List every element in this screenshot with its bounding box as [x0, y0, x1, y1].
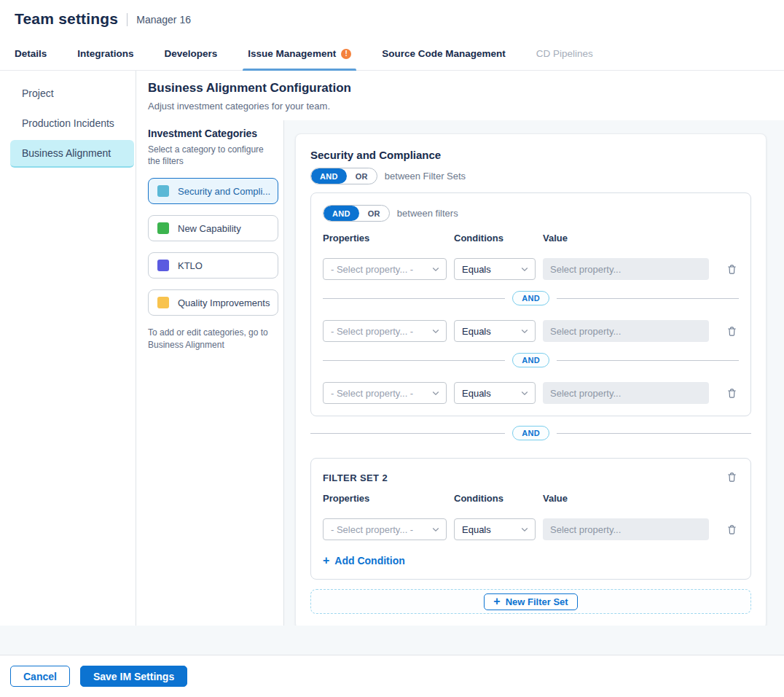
panel-header: Business Alignment Configuration Adjust … [136, 71, 784, 120]
tab-cd-pipelines: CD Pipelines [536, 37, 593, 70]
chevron-down-icon [431, 265, 440, 273]
tab-integrations[interactable]: Integrations [77, 37, 133, 70]
new-filter-set-button[interactable]: + New Filter Set [484, 593, 577, 610]
content-area: Project Production Incidents Business Al… [0, 71, 784, 655]
tab-issue-management[interactable]: Issue Management ! [248, 37, 351, 70]
and-connector-between-sets: AND [310, 426, 751, 440]
delete-filter-button[interactable] [725, 523, 739, 537]
toggle-and-option[interactable]: AND [324, 206, 359, 221]
chevron-down-icon [520, 389, 529, 397]
category-color-swatch [157, 297, 169, 308]
settings-tab-bar: Details Integrations Developers Issue Ma… [0, 37, 784, 71]
filter-row: - Select property... - Equals [323, 382, 739, 404]
condition-select[interactable]: Equals [454, 320, 536, 342]
value-input[interactable] [543, 258, 709, 280]
team-name: Manager 16 [136, 14, 191, 26]
category-security-and-compliance[interactable]: Security and Compli... [148, 178, 278, 204]
category-color-swatch [157, 222, 169, 234]
and-connector: AND [323, 353, 739, 367]
filter-sets-operator-row: AND OR between Filter Sets [310, 168, 751, 184]
value-input[interactable] [543, 382, 709, 404]
delete-filter-button[interactable] [725, 324, 739, 338]
filter-row: - Select property... - Equals [323, 320, 739, 342]
properties-header: Properties [323, 493, 447, 504]
filter-row: - Select property... - Equals [323, 258, 739, 280]
filter-column-headers: Properties Conditions Value [323, 233, 739, 244]
category-ktlo[interactable]: KTLO [148, 252, 278, 279]
between-filter-sets-label: between Filter Sets [385, 171, 466, 182]
categories-footnote: To add or edit categories, go to Busines… [148, 327, 275, 351]
footer-action-bar: Cancel Save IM Settings [0, 655, 784, 697]
categories-title: Investment Categories [148, 128, 278, 139]
tab-developers[interactable]: Developers [165, 37, 218, 70]
filter-set-2-title: FILTER SET 2 [323, 472, 388, 483]
business-alignment-panel: Business Alignment Configuration Adjust … [136, 71, 784, 655]
sidebar-item-project[interactable]: Project [10, 80, 134, 106]
warning-icon: ! [341, 49, 351, 59]
value-header: Value [543, 493, 709, 504]
plus-icon: + [493, 596, 500, 607]
between-filters-label: between filters [397, 208, 458, 219]
app-header: Team settings Manager 16 [0, 0, 784, 37]
condition-select[interactable]: Equals [454, 258, 536, 280]
properties-header: Properties [323, 233, 447, 244]
toggle-or-option[interactable]: OR [347, 168, 377, 184]
delete-filter-button[interactable] [725, 386, 739, 400]
filter-set-2-header: FILTER SET 2 [323, 470, 739, 484]
panel-subtitle: Adjust investment categories for your te… [148, 101, 784, 112]
bottom-spacer [0, 626, 784, 655]
condition-select[interactable]: Equals [454, 518, 536, 540]
value-header: Value [543, 233, 709, 244]
category-quality-improvements[interactable]: Quality Improvements [148, 289, 278, 316]
conditions-header: Conditions [454, 493, 536, 504]
and-connector-pill: AND [512, 353, 549, 367]
sidebar-item-production-incidents[interactable]: Production Incidents [10, 110, 134, 136]
add-condition-button[interactable]: + Add Condition [323, 555, 405, 566]
chevron-down-icon [520, 525, 529, 534]
delete-filter-set-button[interactable] [725, 470, 739, 484]
category-filter-card: Security and Compliance AND OR between F… [295, 133, 767, 629]
and-connector-pill: AND [512, 291, 549, 305]
and-connector-pill: AND [512, 426, 549, 440]
filter-set-1: AND OR between filters Properties Condit… [310, 192, 751, 416]
sidebar-item-business-alignment[interactable]: Business Alignment [10, 140, 134, 168]
chevron-down-icon [431, 525, 440, 534]
categories-hint: Select a category to configure the filte… [148, 144, 278, 167]
toggle-or-option[interactable]: OR [359, 206, 389, 221]
delete-filter-button[interactable] [725, 262, 739, 276]
selected-category-title: Security and Compliance [310, 149, 751, 161]
and-or-toggle-filters[interactable]: AND OR [323, 205, 390, 222]
category-color-swatch [157, 260, 169, 271]
property-select[interactable]: - Select property... - [323, 320, 447, 342]
category-color-swatch [157, 185, 169, 197]
chevron-down-icon [520, 327, 529, 335]
panel-title: Business Alignment Configuration [148, 81, 784, 96]
title-separator [127, 13, 128, 26]
settings-sidebar: Project Production Incidents Business Al… [0, 71, 136, 655]
filter-set-2: FILTER SET 2 Properties Conditions Value [310, 458, 751, 580]
cancel-button[interactable]: Cancel [10, 666, 70, 687]
conditions-header: Conditions [454, 233, 536, 244]
property-select[interactable]: - Select property... - [323, 258, 447, 280]
property-select[interactable]: - Select property... - [323, 382, 447, 404]
panel-body: Investment Categories Select a category … [136, 120, 784, 626]
team-settings-page: Team settings Manager 16 Details Integra… [0, 0, 784, 697]
category-new-capability[interactable]: New Capability [148, 215, 278, 241]
condition-select[interactable]: Equals [454, 382, 536, 404]
filters-operator-row: AND OR between filters [323, 205, 739, 222]
tab-source-code-management[interactable]: Source Code Management [382, 37, 506, 70]
and-connector: AND [323, 291, 739, 305]
chevron-down-icon [431, 389, 440, 397]
new-filter-set-zone: + New Filter Set [310, 589, 751, 614]
toggle-and-option[interactable]: AND [311, 168, 347, 184]
value-input[interactable] [543, 518, 709, 540]
filter-configuration-area: Security and Compliance AND OR between F… [284, 120, 784, 626]
save-im-settings-button[interactable]: Save IM Settings [80, 666, 187, 687]
plus-icon: + [323, 555, 329, 566]
and-or-toggle-filter-sets[interactable]: AND OR [310, 168, 377, 184]
investment-categories-column: Investment Categories Select a category … [136, 120, 284, 626]
tab-details[interactable]: Details [15, 37, 47, 70]
property-select[interactable]: - Select property... - [323, 518, 447, 540]
page-title: Team settings [15, 10, 118, 28]
value-input[interactable] [543, 320, 709, 342]
